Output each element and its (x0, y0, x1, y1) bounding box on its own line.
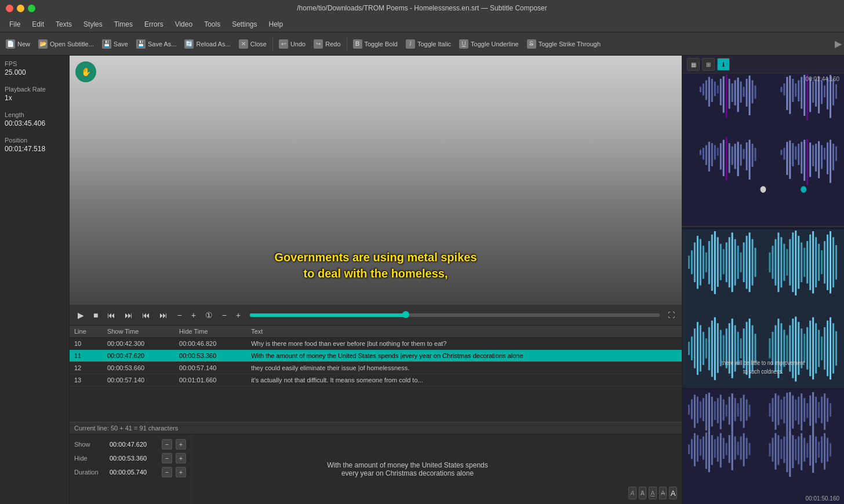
svg-rect-261 (821, 397, 823, 423)
waveform-time-top: 00:01:44.160 (806, 76, 839, 82)
hide-increase-button[interactable]: + (176, 453, 186, 463)
strikethrough-label: Toggle Strike Through (539, 41, 601, 48)
video-player[interactable]: text ✋ Governments are using metal spike… (70, 56, 682, 305)
minimize-window-button[interactable] (17, 5, 24, 12)
rate-reset-button[interactable]: ① (202, 309, 216, 321)
svg-rect-211 (723, 399, 725, 421)
svg-rect-5 (223, 56, 340, 198)
duration-decrease-button[interactable]: − (162, 467, 172, 477)
step-forward-button[interactable]: ⏭ (121, 309, 136, 321)
menu-texts[interactable]: Texts (51, 19, 77, 30)
save-as-button[interactable]: 💾 Save As... (133, 38, 180, 50)
svg-rect-194 (832, 323, 834, 374)
stop-button[interactable]: ■ (90, 309, 101, 321)
show-decrease-button[interactable]: − (162, 439, 172, 450)
svg-rect-31 (746, 79, 748, 107)
open-subtitle-button[interactable]: 📂 Open Subtitle... (35, 38, 97, 50)
step-back-button[interactable]: ⏮ (104, 309, 119, 321)
svg-rect-238 (737, 442, 739, 455)
redo-button[interactable]: ↪ Redo (310, 38, 344, 50)
title-bar: /home/tio/Downloads/TROM Poems - Homeles… (0, 0, 844, 16)
table-row[interactable]: 12 00:00:53.660 00:00:57.140 they could … (70, 362, 682, 374)
svg-rect-163 (812, 231, 814, 293)
menu-video[interactable]: Video (170, 19, 197, 30)
svg-rect-237 (734, 436, 736, 459)
fullscreen-button[interactable]: ⛶ (665, 310, 677, 320)
cell-show-time: 00:00:47.620 (103, 350, 174, 362)
waveform-body[interactable]: 00:01:44.160 (682, 74, 844, 504)
progress-bar[interactable] (250, 313, 660, 317)
svg-rect-89 (821, 145, 823, 169)
svg-rect-251 (792, 396, 794, 429)
volume-increase-button[interactable]: + (232, 309, 244, 321)
center-area: text ✋ Governments are using metal spike… (70, 56, 682, 504)
menu-help[interactable]: Help (264, 19, 288, 30)
toggle-italic-button[interactable]: I Toggle Italic (402, 38, 454, 50)
waveform-info-button[interactable]: ℹ (717, 58, 730, 71)
cell-hide-time: 00:00:57.140 (174, 362, 246, 374)
toggle-underline-button[interactable]: U Toggle Underline (456, 38, 522, 50)
go-end-button[interactable]: ⏭ (156, 309, 171, 321)
show-increase-button[interactable]: + (176, 439, 186, 450)
svg-rect-59 (792, 79, 794, 102)
format-color-button[interactable]: A (669, 487, 677, 499)
svg-rect-245 (774, 393, 776, 430)
table-row[interactable]: 13 00:00:57.140 00:01:01.660 it's actual… (70, 374, 682, 386)
menu-edit[interactable]: Edit (27, 19, 49, 30)
toggle-strikethrough-button[interactable]: S Toggle Strike Through (523, 38, 604, 50)
close-file-button[interactable]: ✕ Close (235, 38, 270, 50)
undo-button[interactable]: ↩ Undo (275, 38, 309, 50)
toggle-bold-button[interactable]: B Toggle Bold (350, 38, 402, 50)
svg-rect-190 (821, 337, 823, 360)
svg-rect-83 (803, 140, 805, 181)
format-underline-button[interactable]: A (649, 487, 657, 499)
play-button[interactable]: ▶ (74, 309, 88, 321)
close-window-button[interactable] (6, 5, 13, 12)
svg-rect-278 (806, 443, 808, 458)
svg-rect-136 (723, 335, 725, 360)
menu-errors[interactable]: Errors (140, 19, 168, 30)
svg-rect-215 (734, 398, 736, 421)
svg-rect-127 (697, 322, 699, 375)
menu-settings[interactable]: Settings (227, 19, 261, 30)
svg-rect-129 (703, 332, 704, 365)
hide-decrease-button[interactable]: − (162, 453, 172, 463)
svg-rect-192 (827, 320, 828, 376)
table-row[interactable]: 11 00:00:47.620 00:00:53.360 With the am… (70, 350, 682, 362)
format-bold-button[interactable]: A (639, 487, 647, 499)
svg-rect-52 (749, 140, 751, 180)
menu-styles[interactable]: Styles (79, 19, 107, 30)
svg-rect-54 (755, 148, 756, 161)
menu-tools[interactable]: Tools (199, 19, 225, 30)
waveform-btn-2[interactable]: ⊞ (702, 58, 715, 71)
menu-file[interactable]: File (5, 19, 25, 30)
format-strike-button[interactable]: A (659, 487, 667, 499)
duration-label: Duration (74, 469, 106, 476)
cell-text: Why is there more food than ever before … (246, 338, 682, 350)
svg-rect-204 (703, 398, 704, 421)
format-italic-button[interactable]: A (628, 487, 636, 499)
svg-rect-232 (720, 433, 722, 468)
svg-rect-188 (815, 323, 817, 374)
rate-decrease-button[interactable]: − (173, 309, 185, 321)
new-button[interactable]: 📄 New (2, 38, 34, 50)
subtitle-table-container[interactable]: Line Show Time Hide Time Text 10 00:00:4… (70, 326, 682, 422)
save-button[interactable]: 💾 Save (99, 38, 132, 50)
svg-rect-209 (717, 398, 719, 423)
go-start-button[interactable]: ⏮ (139, 309, 154, 321)
svg-text:text: text (601, 155, 622, 172)
svg-rect-230 (714, 439, 716, 458)
table-row[interactable]: 10 00:00:42.300 00:00:46.820 Why is ther… (70, 338, 682, 350)
svg-rect-210 (720, 395, 722, 429)
duration-increase-button[interactable]: + (176, 467, 186, 477)
reload-as-button[interactable]: 🔄 Reload As... (181, 38, 234, 50)
rate-increase-button[interactable]: + (188, 309, 199, 321)
more-tools-button[interactable]: ▶ (835, 38, 842, 49)
svg-rect-120 (746, 236, 748, 288)
maximize-window-button[interactable] (28, 5, 35, 12)
svg-rect-225 (700, 439, 701, 456)
volume-decrease-button[interactable]: − (219, 309, 230, 321)
waveform-btn-1[interactable]: ▦ (687, 58, 700, 71)
menu-times[interactable]: Times (110, 19, 137, 30)
svg-rect-233 (723, 438, 725, 459)
